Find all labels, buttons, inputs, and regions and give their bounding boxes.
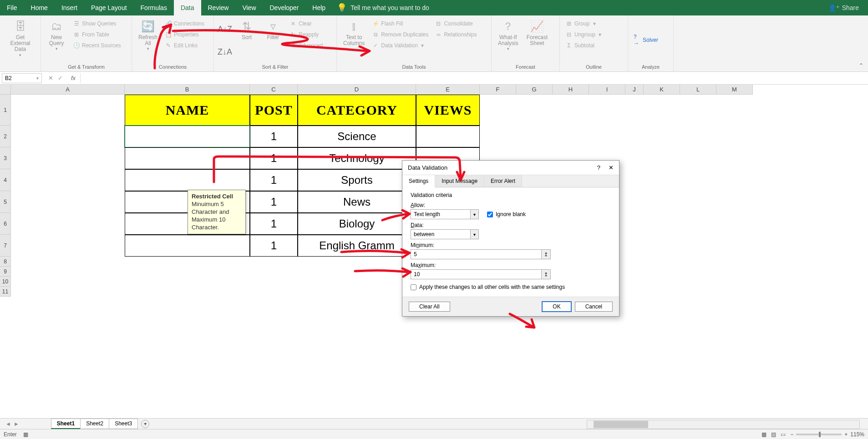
cell-C4[interactable]: 1 xyxy=(250,169,298,191)
tab-insert[interactable]: Insert xyxy=(55,0,84,15)
view-page-layout-icon[interactable]: ▤ xyxy=(771,431,776,438)
accept-formula-icon[interactable]: ✓ xyxy=(58,75,63,81)
dialog-tab-settings[interactable]: Settings xyxy=(402,175,435,187)
tab-page-layout[interactable]: Page Layout xyxy=(84,0,134,15)
tab-developer[interactable]: Developer xyxy=(263,0,306,15)
remove-duplicates-button[interactable]: ⧉Remove Duplicates xyxy=(370,30,430,39)
ref-select-icon[interactable]: ↥ xyxy=(541,270,550,279)
edit-links-button[interactable]: ✎Edit Links xyxy=(163,41,206,50)
ignore-blank-checkbox[interactable] xyxy=(487,212,493,217)
column-header-K[interactable]: K xyxy=(644,85,680,95)
subtotal-button[interactable]: ΣSubtotal xyxy=(563,41,603,50)
minimum-input[interactable]: ↥ xyxy=(411,249,551,259)
relationships-button[interactable]: ∞Relationships xyxy=(433,30,478,39)
cell-C6[interactable]: 1 xyxy=(250,213,298,235)
refresh-all-button[interactable]: 🔄Refresh All▾ xyxy=(136,17,160,62)
dialog-close-icon[interactable]: ✕ xyxy=(609,164,614,171)
apply-all-checkbox[interactable] xyxy=(411,284,416,290)
allow-dropdown[interactable]: Text length▾ xyxy=(411,209,479,219)
select-all-corner[interactable] xyxy=(0,85,11,95)
new-query-button[interactable]: 🗂New Query▾ xyxy=(45,17,68,62)
cancel-formula-icon[interactable]: ✕ xyxy=(48,75,53,81)
share-button[interactable]: 👤⁺ Share xyxy=(828,4,859,11)
cell-C2[interactable]: 1 xyxy=(250,126,298,147)
tab-home[interactable]: Home xyxy=(24,0,55,15)
sheet-tab-2[interactable]: Sheet2 xyxy=(80,419,109,429)
forecast-sheet-button[interactable]: 📈Forecast Sheet xyxy=(524,17,551,62)
row-header-11[interactable]: 11 xyxy=(0,287,11,297)
row-header-1[interactable]: 1 xyxy=(0,95,11,126)
properties-button[interactable]: 📋Properties xyxy=(163,30,206,39)
tab-file[interactable]: File xyxy=(0,0,24,15)
sheet-tab-1[interactable]: Sheet1 xyxy=(51,419,81,429)
cell-D6[interactable]: Biology xyxy=(298,213,416,235)
cell-C5[interactable]: 1 xyxy=(250,191,298,213)
column-header-A[interactable]: A xyxy=(11,85,125,95)
ok-button[interactable]: OK xyxy=(542,302,571,312)
row-header-5[interactable]: 5 xyxy=(0,191,11,213)
filter-button[interactable]: ▿Filter xyxy=(261,17,285,62)
cell-D4[interactable]: Sports xyxy=(298,169,416,191)
cell-B2[interactable] xyxy=(125,126,250,147)
ungroup-button[interactable]: ⊟Ungroup ▾ xyxy=(563,30,603,39)
zoom-in-icon[interactable]: + xyxy=(844,431,848,438)
row-header-8[interactable]: 8 xyxy=(0,257,11,267)
clear-all-button[interactable]: Clear All xyxy=(409,302,450,312)
header-cell-category[interactable]: CATEGORY xyxy=(298,95,416,126)
solver-button[interactable]: ?→Solver xyxy=(632,17,660,62)
zoom-out-icon[interactable]: − xyxy=(790,431,793,438)
row-header-10[interactable]: 10 xyxy=(0,277,11,287)
text-to-columns-button[interactable]: ⫿Text to Columns xyxy=(340,17,367,62)
column-header-M[interactable]: M xyxy=(716,85,753,95)
cell-D2[interactable]: Science xyxy=(298,126,416,147)
sort-asc-icon[interactable]: A↓Z xyxy=(218,25,232,34)
zoom-level[interactable]: 115% xyxy=(850,431,864,438)
sort-button[interactable]: ⇅Sort xyxy=(235,17,259,62)
ref-select-icon[interactable]: ↥ xyxy=(541,250,550,259)
fx-icon[interactable]: fx xyxy=(71,75,76,81)
row-header-6[interactable]: 6 xyxy=(0,213,11,235)
data-dropdown[interactable]: between▾ xyxy=(411,229,479,239)
column-header-G[interactable]: G xyxy=(516,85,553,95)
reapply-button[interactable]: ↻Reapply xyxy=(288,30,325,39)
view-page-break-icon[interactable]: ▭ xyxy=(781,431,786,438)
cell-D7[interactable]: English Gramm xyxy=(298,235,416,257)
tell-me-search[interactable]: 💡 Tell me what you want to do xyxy=(337,3,429,13)
column-header-F[interactable]: F xyxy=(480,85,516,95)
column-header-H[interactable]: H xyxy=(553,85,589,95)
column-header-L[interactable]: L xyxy=(680,85,716,95)
zoom-slider[interactable] xyxy=(796,434,842,435)
row-header-9[interactable]: 9 xyxy=(0,267,11,277)
column-header-B[interactable]: B xyxy=(125,85,250,95)
row-header-4[interactable]: 4 xyxy=(0,169,11,191)
dialog-help-icon[interactable]: ? xyxy=(597,164,600,171)
column-header-I[interactable]: I xyxy=(589,85,625,95)
show-queries-button[interactable]: ☰Show Queries xyxy=(71,19,122,28)
collapse-ribbon-icon[interactable]: ⌃ xyxy=(859,62,863,69)
add-sheet-button[interactable]: + xyxy=(141,420,149,428)
row-header-2[interactable]: 2 xyxy=(0,126,11,147)
cell-E2[interactable] xyxy=(416,126,480,147)
connections-button[interactable]: 🔗Connections xyxy=(163,19,206,28)
minimum-field[interactable] xyxy=(411,250,541,259)
cell-C3[interactable]: 1 xyxy=(250,147,298,169)
cancel-button[interactable]: Cancel xyxy=(575,302,613,312)
name-box[interactable]: B2▾ xyxy=(2,73,42,83)
cell-B4[interactable] xyxy=(125,169,250,191)
get-external-data-button[interactable]: 🗄Get External Data▾ xyxy=(4,17,37,68)
header-cell-post[interactable]: POST xyxy=(250,95,298,126)
row-header-7[interactable]: 7 xyxy=(0,235,11,257)
column-header-J[interactable]: J xyxy=(625,85,644,95)
horizontal-scrollbar[interactable] xyxy=(587,420,860,429)
cell-C7[interactable]: 1 xyxy=(250,235,298,257)
what-if-button[interactable]: ？What-If Analysis▾ xyxy=(495,17,521,62)
cell-D5[interactable]: News xyxy=(298,191,416,213)
maximum-field[interactable] xyxy=(411,270,541,279)
macro-record-icon[interactable]: ▦ xyxy=(23,431,28,438)
tab-review[interactable]: Review xyxy=(201,0,236,15)
sheet-nav-next-icon[interactable]: ► xyxy=(14,421,19,427)
sheet-nav-prev-icon[interactable]: ◄ xyxy=(5,421,11,427)
view-normal-icon[interactable]: ▦ xyxy=(761,431,766,438)
maximum-input[interactable]: ↥ xyxy=(411,269,551,279)
from-table-button[interactable]: ⊞From Table xyxy=(71,30,122,39)
